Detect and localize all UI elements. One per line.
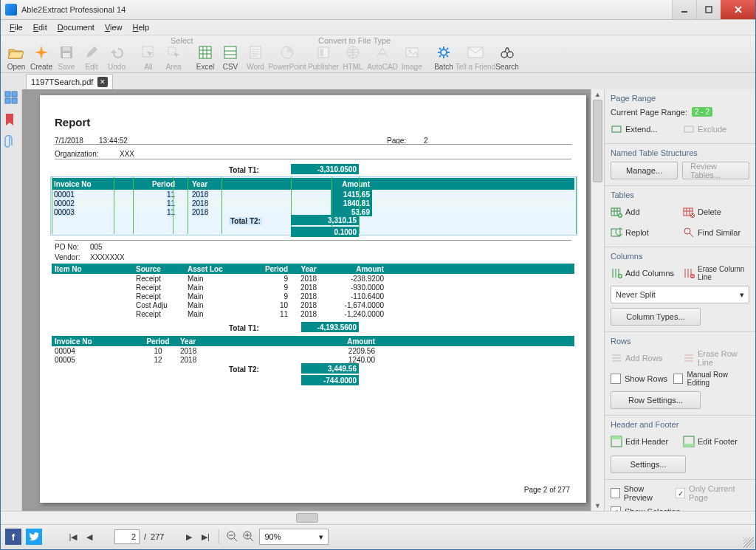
manage-button[interactable]: Manage... (611, 162, 678, 179)
facebook-icon[interactable]: f (5, 529, 21, 545)
pencil-icon (83, 44, 100, 61)
document-viewport[interactable]: Report 7/1/2018 13:44:52 Page: 2 Organiz… (22, 89, 591, 511)
exclude-button[interactable]: Exclude (683, 121, 749, 137)
minimize-button[interactable] (672, 0, 696, 19)
attachment-icon[interactable] (4, 135, 18, 148)
add-columns-button[interactable]: Add Columns (611, 265, 677, 281)
add-table-button[interactable]: Add (611, 204, 677, 220)
page-range-header: Page Range (611, 94, 749, 103)
resize-grip[interactable] (743, 537, 754, 548)
svg-marker-2 (35, 46, 48, 59)
review-tables-button[interactable]: Review Tables... (682, 162, 749, 179)
publisher-button[interactable]: Publisher (306, 37, 340, 72)
horizontal-scrollbar[interactable] (1, 511, 755, 524)
search-button[interactable]: Search (495, 37, 520, 72)
twitter-icon[interactable] (26, 529, 42, 545)
csv-icon (221, 44, 239, 61)
columns-header: Columns (611, 252, 749, 261)
delete-table-button[interactable]: Delete (683, 204, 749, 220)
autocad-icon (374, 44, 391, 61)
hscroll-thumb[interactable] (296, 513, 318, 523)
selected-table: Invoice No Period Year Amount 00001 11 2… (52, 178, 574, 216)
create-button[interactable]: Create (29, 37, 54, 72)
manual-row-checkbox[interactable]: Manual Row Editing (673, 371, 749, 387)
prev-page-button[interactable]: ◀ (83, 531, 95, 543)
maximize-button[interactable] (696, 0, 721, 19)
open-button[interactable]: Open (4, 37, 29, 72)
thumbnails-icon[interactable] (4, 91, 18, 104)
gear-icon (435, 44, 453, 61)
cursor-all-icon (140, 44, 157, 61)
powerpoint-button[interactable]: PowerPoint (268, 37, 306, 72)
edit-button[interactable]: Edit (79, 37, 104, 72)
delete-table-icon (683, 206, 695, 218)
image-button[interactable]: Image (399, 37, 425, 72)
image-icon (403, 44, 421, 61)
select-all-button[interactable]: All (136, 37, 161, 72)
add-rows-button[interactable]: Add Rows (611, 350, 677, 366)
cursor-area-icon (165, 44, 182, 61)
select-area-button[interactable]: Area (161, 37, 186, 72)
menu-edit[interactable]: Edit (29, 22, 52, 32)
autocad-button[interactable]: AutoCAD (365, 37, 399, 72)
scroll-down-icon[interactable]: ▼ (591, 501, 604, 511)
close-button[interactable] (721, 0, 755, 19)
erase-row-button[interactable]: Erase Row Line (683, 350, 749, 366)
html-button[interactable]: HTML (340, 37, 365, 72)
next-page-button[interactable]: ▶ (183, 531, 195, 543)
only-current-checkbox[interactable]: ✓Only Current Page (676, 484, 749, 502)
last-page-button[interactable]: ▶| (199, 531, 211, 543)
scrollbar-thumb[interactable] (593, 100, 602, 182)
svg-point-17 (441, 49, 447, 55)
zoom-select[interactable]: 90%▾ (259, 529, 329, 545)
erase-column-button[interactable]: Erase Column Line (683, 265, 749, 281)
save-button[interactable]: Save (54, 37, 79, 72)
total-t2-label: Total T2: (229, 217, 262, 225)
menu-file[interactable]: File (5, 22, 27, 32)
rows-header: Rows (611, 337, 749, 346)
edit-header-button[interactable]: Edit Header (611, 433, 677, 450)
row-settings-button[interactable]: Row Settings... (611, 391, 701, 409)
tell-friend-button[interactable]: Tell a Friend (456, 37, 495, 72)
edit-footer-button[interactable]: Edit Footer (683, 433, 749, 450)
show-rows-checkbox[interactable]: Show Rows (611, 371, 667, 387)
po-value: 005 (90, 243, 103, 251)
envelope-icon (467, 44, 484, 61)
excel-button[interactable]: Excel (193, 37, 218, 72)
page-total: 277 (151, 532, 164, 541)
show-preview-checkbox[interactable]: Show Preview (611, 484, 670, 502)
titlebar: Able2Extract Professional 14 (1, 0, 755, 20)
undo-button[interactable]: Undo (104, 37, 129, 72)
hf-settings-button[interactable]: Settings... (611, 456, 686, 473)
batch-button[interactable]: Batch (431, 37, 456, 72)
page-current-input[interactable]: 2 (114, 529, 140, 544)
add-table-icon (611, 206, 622, 218)
exclude-icon (683, 123, 695, 135)
tab-close-icon[interactable]: ✕ (97, 77, 108, 87)
column-types-button[interactable]: Column Types... (611, 308, 701, 326)
svg-rect-21 (5, 92, 10, 97)
add-rows-icon (611, 352, 622, 364)
find-similar-button[interactable]: Find Similar (683, 224, 749, 241)
vertical-scrollbar[interactable]: ▲ ▼ (591, 89, 604, 511)
floppy-icon (58, 44, 75, 61)
replot-icon (611, 227, 622, 238)
document-page: Report 7/1/2018 13:44:52 Page: 2 Organiz… (40, 95, 586, 503)
menu-document[interactable]: Document (53, 22, 99, 32)
bookmark-icon[interactable] (4, 113, 18, 126)
first-page-button[interactable]: |◀ (67, 531, 79, 543)
right-panel: Page Range Current Page Range: 2 - 2 Ext… (604, 89, 755, 511)
zoom-out-button[interactable] (227, 531, 238, 543)
csv-button[interactable]: CSV (218, 37, 243, 72)
menu-view[interactable]: View (100, 22, 127, 32)
document-tab[interactable]: 1197TSearch.pdf ✕ (26, 74, 113, 89)
footer-icon (683, 436, 695, 447)
split-select[interactable]: Never Split▾ (611, 286, 749, 303)
menu-help[interactable]: Help (128, 22, 154, 32)
replot-button[interactable]: Replot (611, 224, 677, 241)
scroll-up-icon[interactable]: ▲ (591, 89, 604, 100)
svg-rect-22 (12, 92, 17, 97)
word-button[interactable]: Word (243, 37, 268, 72)
zoom-in-button[interactable] (243, 531, 255, 543)
extend-button[interactable]: Extend... (611, 121, 677, 137)
